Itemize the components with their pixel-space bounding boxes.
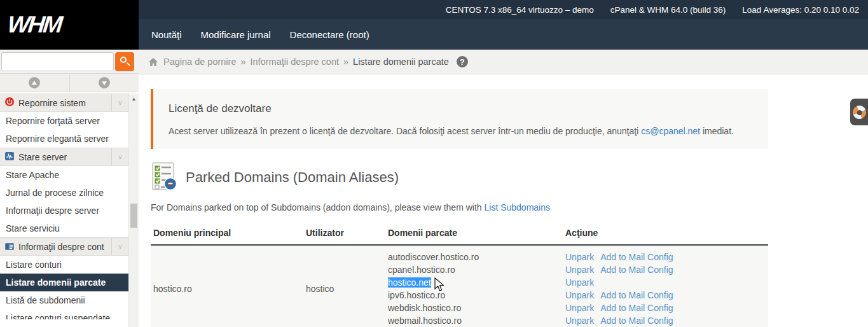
system-info: CENTOS 7.3 x86_64 virtuozzo – demo <box>446 5 594 15</box>
sidebar-item-list-accounts[interactable]: Listare conturi <box>0 256 128 274</box>
license-notice-text: Acest server utilizează în prezent o lic… <box>169 126 641 136</box>
col-header-parked-domains: Domenii parcate <box>385 224 563 245</box>
sidebar-item-list-suspended-accounts[interactable]: Listare conturi suspendate <box>0 309 128 319</box>
add-to-mail-config-link[interactable]: Add to Mail Config <box>600 290 673 300</box>
parked-domain: webdisk.hostico.ro <box>388 302 563 314</box>
sidebar-item-list-parked-domains[interactable]: Listare domenii parcate <box>0 274 128 291</box>
action-row: UnparkAdd to Mail Config <box>565 314 768 327</box>
col-header-user: Utilizator <box>303 224 385 245</box>
license-notice-text-end: imediat. <box>700 126 734 136</box>
help-icon[interactable]: ? <box>457 56 468 67</box>
pulse-icon <box>5 151 14 163</box>
sidebar-item-list-subdomains[interactable]: Listă de subdomenii <box>0 291 128 309</box>
unpark-link[interactable]: Unpark <box>565 252 594 262</box>
sidebar-scrollbar[interactable]: ▲ <box>128 94 139 327</box>
add-to-mail-config-link[interactable]: Add to Mail Config <box>600 303 673 313</box>
parked-domain: cpanel.hostico.ro <box>388 263 563 276</box>
sidebar-group-label: Stare server <box>18 152 67 162</box>
subdomains-note-text: For Domains parked on top of Subdomains … <box>151 202 485 212</box>
sidebar-search-row <box>0 50 139 73</box>
scroll-down-button[interactable] <box>70 74 139 92</box>
account-icon <box>5 241 14 253</box>
search-button[interactable] <box>115 52 134 71</box>
unpark-link[interactable]: Unpark <box>565 290 594 300</box>
whm-logo: WHM <box>6 11 62 38</box>
parked-domain: autodiscover.hostico.ro <box>388 251 563 263</box>
nav-item-news[interactable]: Noutăţi <box>151 29 182 40</box>
parked-domains-icon <box>151 162 177 193</box>
sidebar: Repornire sistem ∨ Repornire forţată ser… <box>0 50 139 327</box>
support-tab[interactable] <box>850 99 868 125</box>
scrollbar-up-icon[interactable]: ▲ <box>129 94 139 102</box>
parked-domain: ipv6.hostico.ro <box>388 289 563 302</box>
sidebar-item-apache-status[interactable]: Stare Apache <box>0 166 128 184</box>
table-row: hostico.ro hostico autodiscover.hostico.… <box>151 245 768 327</box>
sidebar-group-restart[interactable]: Repornire sistem ∨ <box>0 94 128 112</box>
unpark-link[interactable]: Unpark <box>565 303 594 313</box>
action-row: Unpark <box>565 276 768 289</box>
logo-box[interactable]: WHM <box>0 0 139 50</box>
sidebar-group-label: Repornire sistem <box>18 98 86 108</box>
unpark-link[interactable]: Unpark <box>565 277 594 288</box>
arrow-down-icon <box>99 77 110 88</box>
col-header-main-domain: Domeniu principal <box>151 224 303 245</box>
sidebar-group-server-status[interactable]: Stare server ∨ <box>0 148 128 166</box>
breadcrumb-separator: » <box>240 57 245 67</box>
main-nav: Noutăţi Modificare jurnal Deconectare (r… <box>139 19 868 50</box>
sidebar-item-service-status[interactable]: Stare serviciu <box>0 219 128 237</box>
parked-domains-cell: autodiscover.hostico.ro cpanel.hostico.r… <box>385 245 563 327</box>
parked-domain-selected: hostico.net <box>388 276 563 289</box>
sidebar-item-graceful-restart[interactable]: Repornire elegantă server <box>0 130 128 148</box>
parked-domain: webmail.hostico.ro <box>388 314 563 327</box>
breadcrumb: Pagina de pornire » Informaţii despre co… <box>139 50 868 74</box>
sidebar-group-account-info[interactable]: Informaţii despre cont ∨ <box>0 237 128 256</box>
table-header-row: Domeniu principal Utilizator Domenii par… <box>151 224 768 245</box>
unpark-link[interactable]: Unpark <box>565 265 594 275</box>
sidebar-menu: Repornire sistem ∨ Repornire forţată ser… <box>0 94 128 327</box>
home-icon[interactable] <box>148 57 158 67</box>
header-bar: CENTOS 7.3 x86_64 virtuozzo – demo cPane… <box>0 0 868 50</box>
breadcrumb-home[interactable]: Pagina de pornire <box>163 57 236 67</box>
unpark-link[interactable]: Unpark <box>565 316 594 326</box>
sidebar-search-input[interactable] <box>1 52 114 71</box>
sidebar-pager <box>0 73 139 92</box>
sidebar-item-daily-process-log[interactable]: Jurnal de procese zilnice <box>0 184 128 202</box>
actions-cell: UnparkAdd to Mail Config UnparkAdd to Ma… <box>563 245 768 327</box>
chevron-down-icon[interactable]: ∨ <box>111 148 128 165</box>
license-notice: Licenţă de dezvoltare Acest server utili… <box>151 89 768 149</box>
col-header-action: Acţiune <box>563 224 768 245</box>
sidebar-item-server-information[interactable]: Informaţii despre server <box>0 202 128 219</box>
server-info-bar: CENTOS 7.3 x86_64 virtuozzo – demo cPane… <box>139 0 868 19</box>
add-to-mail-config-link[interactable]: Add to Mail Config <box>600 252 673 262</box>
version-info: cPanel & WHM 64.0 (build 36) <box>610 5 726 15</box>
load-averages: Load Averages: 0.20 0.10 0.02 <box>742 5 859 15</box>
breadcrumb-account-info[interactable]: Informaţii despre cont <box>251 57 339 67</box>
page-head: Parked Domains (Domain Aliases) <box>151 162 868 193</box>
nav-item-changelog[interactable]: Modificare jurnal <box>201 29 271 40</box>
cpanel-email-link[interactable]: cs@cpanel.net <box>641 126 700 136</box>
license-notice-title: Licenţă de dezvoltare <box>169 102 753 115</box>
chevron-down-icon[interactable]: ∨ <box>111 238 128 255</box>
sidebar-group-label: Informaţii despre cont <box>18 242 104 252</box>
scrollbar-thumb[interactable] <box>130 204 137 228</box>
add-to-mail-config-link[interactable]: Add to Mail Config <box>600 265 673 275</box>
main-content: Licenţă de dezvoltare Acest server utili… <box>139 74 868 327</box>
search-icon <box>120 57 127 63</box>
scroll-up-button[interactable] <box>0 74 70 92</box>
breadcrumb-separator: » <box>343 57 348 67</box>
main-domain-cell: hostico.ro <box>151 245 303 327</box>
action-row: UnparkAdd to Mail Config <box>565 302 768 314</box>
action-row: UnparkAdd to Mail Config <box>565 289 768 302</box>
user-cell: hostico <box>303 245 385 327</box>
subdomains-note: For Domains parked on top of Subdomains … <box>151 202 868 212</box>
page-title: Parked Domains (Domain Aliases) <box>186 169 399 186</box>
action-row: UnparkAdd to Mail Config <box>565 263 768 276</box>
sidebar-item-forced-restart[interactable]: Repornire forţată server <box>0 112 128 130</box>
list-subdomains-link[interactable]: List Subdomains <box>485 202 551 212</box>
add-to-mail-config-link[interactable]: Add to Mail Config <box>600 316 673 326</box>
license-notice-body: Acest server utilizează în prezent o lic… <box>169 126 753 136</box>
nav-item-logout[interactable]: Deconectare (root) <box>290 29 369 40</box>
lifebuoy-icon <box>851 103 868 121</box>
chevron-down-icon[interactable]: ∨ <box>111 94 128 111</box>
arrow-up-icon <box>29 77 40 88</box>
